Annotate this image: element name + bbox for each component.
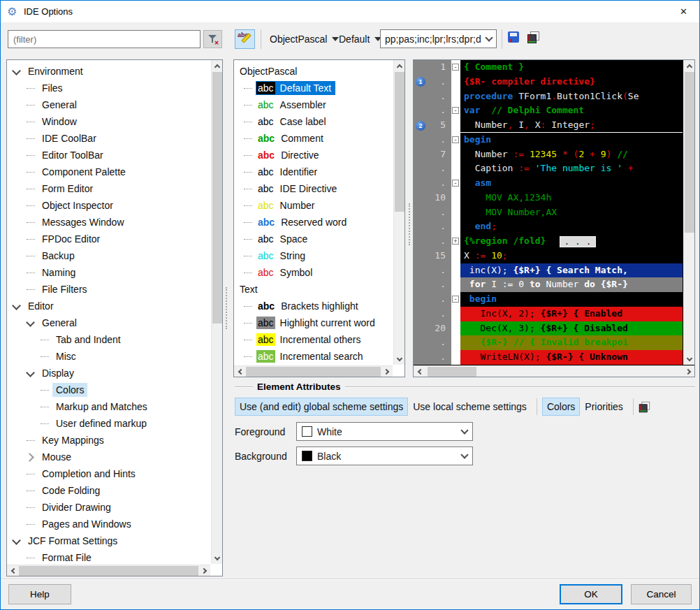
tree-item-format-file[interactable]: Format File — [7, 549, 210, 564]
code-line[interactable]: . MOV Number,AX — [414, 205, 683, 220]
tree-item-key-mappings[interactable]: Key Mappings — [7, 432, 210, 449]
chevron-down-icon[interactable] — [13, 68, 20, 75]
chevron-right-icon[interactable] — [27, 453, 34, 461]
tree-item-mouse[interactable]: Mouse — [7, 449, 210, 465]
fold-collapse-icon[interactable]: - — [452, 136, 459, 143]
foreground-select[interactable]: White — [296, 422, 473, 441]
save-scheme-button[interactable] — [508, 31, 519, 43]
code-line[interactable]: . Inc(X, 2); {$R+} { Enabled — [414, 307, 683, 321]
element-item-incremental-others[interactable]: abcIncremental others — [234, 331, 393, 348]
tree-horizontal-scrollbar[interactable] — [7, 565, 210, 576]
scroll-right-icon[interactable] — [683, 366, 694, 377]
scroll-down-icon[interactable] — [212, 553, 223, 564]
scroll-down-icon[interactable] — [684, 354, 695, 365]
code-line[interactable]: . Caption := 'The number is ' + — [414, 161, 683, 176]
tree-item-general[interactable]: General — [7, 314, 210, 331]
collapsed-fold-marker[interactable]: . . . — [560, 236, 595, 247]
tree-item-general[interactable]: General — [7, 96, 210, 113]
element-item-comment[interactable]: abcComment — [234, 130, 393, 147]
tree-item-component-palette[interactable]: Component Palette — [7, 164, 210, 180]
ok-button[interactable]: OK — [560, 584, 622, 604]
chevron-down-icon[interactable] — [27, 370, 34, 377]
tree-item-completion-and-hints[interactable]: Completion and Hints — [7, 465, 210, 482]
fold-collapse-icon[interactable]: - — [452, 107, 459, 114]
scheme-toggle-use-local-scheme-settings[interactable]: Use local scheme settings — [408, 398, 532, 416]
tree-item-window[interactable]: Window — [7, 113, 210, 130]
list-code-splitter[interactable] — [409, 203, 410, 245]
element-item-number[interactable]: abcNumber — [234, 197, 393, 214]
code-line[interactable]: 20 Dec(X, 3); {$R+} { Disabled — [414, 321, 683, 336]
tree-item-divider-drawing[interactable]: Divider Drawing — [7, 499, 210, 516]
fold-collapse-icon[interactable]: - — [452, 296, 459, 303]
tab-colors[interactable]: Colors — [542, 398, 580, 416]
tree-item-environment[interactable]: Environment — [7, 63, 210, 80]
tree-item-editor[interactable]: Editor — [7, 298, 210, 314]
tree-item-colors[interactable]: Colors — [7, 382, 210, 398]
code-line[interactable]: .1{$R- compiler directive} — [414, 75, 683, 89]
tree-item-display[interactable]: Display — [7, 365, 210, 382]
color-scheme-toggle-button[interactable]: abc — [235, 29, 255, 49]
scroll-left-icon[interactable] — [414, 366, 425, 377]
element-item-symbol[interactable]: abcSymbol — [234, 264, 393, 281]
tree-item-markup-and-matches[interactable]: Markup and Matches — [7, 398, 210, 415]
element-item-assembler[interactable]: abcAssembler — [234, 96, 393, 113]
language-dropdown[interactable]: ObjectPascal — [270, 30, 339, 48]
export-scheme-icon[interactable] — [639, 401, 650, 412]
element-item-reserved-word[interactable]: abcReserved word — [234, 214, 393, 231]
tree-item-misc[interactable]: Misc — [7, 348, 210, 365]
tree-item-jcf-format-settings[interactable]: JCF Format Settings — [7, 532, 210, 549]
tree-item-naming[interactable]: Naming — [7, 264, 210, 281]
element-item-case-label[interactable]: abcCase label — [234, 113, 393, 130]
element-item-highlight-current-word[interactable]: abcHighlight current word — [234, 314, 393, 331]
element-item-default-text[interactable]: abcDefault Text — [234, 80, 393, 96]
code-line[interactable]: . inc(X); {$R+} { Search Match, — [414, 263, 683, 278]
element-item-string[interactable]: abcString — [234, 247, 393, 264]
code-horizontal-scrollbar[interactable] — [414, 365, 694, 377]
code-line[interactable]: .-begin — [414, 133, 683, 147]
tree-item-editor-toolbar[interactable]: Editor ToolBar — [7, 147, 210, 164]
chevron-down-icon[interactable] — [27, 319, 34, 327]
code-line[interactable]: . end; — [414, 219, 683, 234]
scroll-down-icon[interactable] — [394, 354, 405, 365]
export-scheme-button[interactable] — [527, 31, 539, 43]
code-line[interactable]: .procedure TForm1.Button1Click(Se — [414, 89, 683, 104]
tree-item-backup[interactable]: Backup — [7, 247, 210, 264]
scroll-left-icon[interactable] — [234, 366, 245, 377]
scroll-up-icon[interactable] — [212, 60, 223, 71]
help-button[interactable]: Help — [8, 584, 71, 604]
code-line[interactable]: 15X := 10; — [414, 249, 683, 263]
code-line[interactable]: .- asm — [414, 176, 683, 191]
tree-item-form-editor[interactable]: Form Editor — [7, 180, 210, 197]
tree-item-fpdoc-editor[interactable]: FPDoc Editor — [7, 231, 210, 247]
tree-list-splitter[interactable] — [226, 287, 227, 329]
tree-vertical-scrollbar[interactable] — [211, 60, 222, 564]
tree-item-pages-and-windows[interactable]: Pages and Windows — [7, 516, 210, 532]
code-line[interactable]: .- begin — [414, 292, 683, 307]
element-item-incremental-search[interactable]: abcIncremental search — [234, 348, 393, 365]
fold-collapse-icon[interactable]: - — [452, 180, 459, 187]
clear-filter-button[interactable]: ✕ — [203, 30, 222, 48]
scroll-right-icon[interactable] — [199, 565, 210, 576]
scroll-right-icon[interactable] — [381, 366, 393, 377]
fold-collapse-icon[interactable]: - — [452, 64, 459, 71]
scroll-up-icon[interactable] — [684, 60, 695, 71]
code-line[interactable]: .+{%region /fold}. . . — [414, 234, 683, 249]
code-line[interactable]: 1-{ Comment } — [414, 60, 683, 75]
close-icon[interactable]: ✕ — [668, 1, 699, 22]
tree-item-files[interactable]: Files — [7, 80, 210, 96]
element-item-identifier[interactable]: abcIdentifier — [234, 164, 393, 180]
code-line[interactable]: 10 MOV AX,1234h — [414, 191, 683, 205]
tree-item-ide-coolbar[interactable]: IDE CoolBar — [7, 130, 210, 147]
element-item-brackets-highlight[interactable]: abcBrackets highlight — [234, 298, 393, 314]
tree-item-file-filters[interactable]: File Filters — [7, 281, 210, 298]
tree-item-object-inspector[interactable]: Object Inspector — [7, 197, 210, 214]
scheme-dropdown[interactable]: Default — [339, 30, 381, 48]
chevron-down-icon[interactable] — [13, 303, 20, 310]
code-line[interactable]: . {$R-} // { Invalid breakpoi — [414, 335, 683, 350]
code-line[interactable]: 7 Number := 12345 * (2 + 9) // — [414, 147, 683, 162]
file-extensions-combo[interactable]: pp;pas;inc;lpr;lrs;dpr;d — [380, 29, 497, 48]
element-item-directive[interactable]: abcDirective — [234, 147, 393, 164]
cancel-button[interactable]: Cancel — [631, 584, 692, 604]
code-preview[interactable]: 1-{ Comment }.1{$R- compiler directive}.… — [414, 60, 683, 365]
chevron-down-icon[interactable] — [13, 537, 20, 545]
